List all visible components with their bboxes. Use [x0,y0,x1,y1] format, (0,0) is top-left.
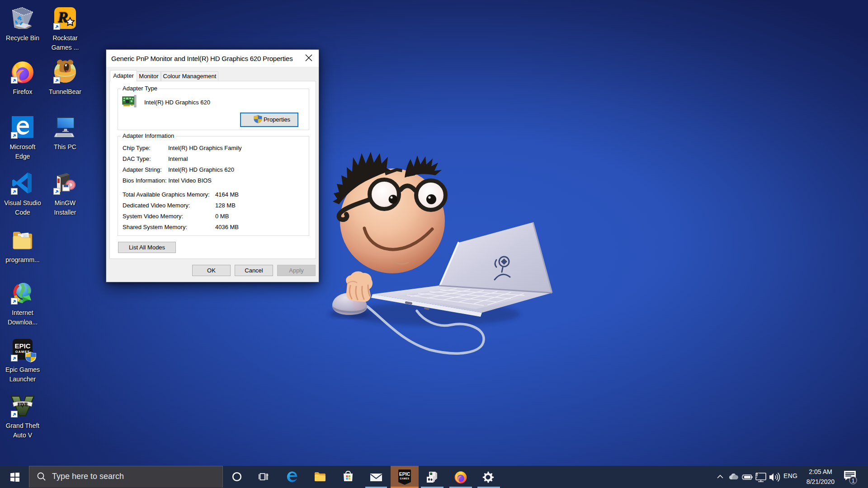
svg-text:GAMES: GAMES [400,477,410,480]
svg-text:FIVE: FIVE [18,402,28,407]
svg-text:EPIC: EPIC [399,471,410,477]
svg-text:1: 1 [852,478,855,484]
svg-text:EPIC: EPIC [14,342,30,350]
